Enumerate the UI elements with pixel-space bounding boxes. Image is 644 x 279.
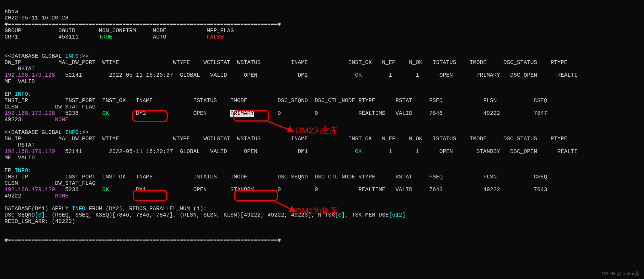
ep2-row: 192.168.179.129 5236 OK DM1 OPEN STANDBY… — [4, 187, 547, 199]
group-row: GRP1 453111 TRUE AUTO FALSE — [4, 34, 224, 40]
ep-header-2: INST_IP INST_PORT INST_OK INAME ISTATUS … — [4, 174, 547, 187]
dsc-line: DSC_SEQNO[0], (RSEQ, SSEQ, KSEQ)[7846, 7… — [4, 212, 405, 218]
watermark: CSDN @Taylor吴 — [602, 270, 640, 277]
dw-header-2: DW_IP MAL_DW_PORT WTIME WTYPE WCTLSTAT W… — [4, 136, 567, 148]
ep2-title: EP INFO: — [4, 168, 31, 174]
ep1-row: 192.168.179.128 5236 OK DM2 OPEN PRIMARY… — [4, 110, 547, 123]
cmd-line: show — [4, 9, 18, 15]
apply-line: DATABASE(DM1) APPLY INFO FROM (DM2), RED… — [4, 206, 207, 212]
dw-header: DW_IP MAL_DW_PORT WTIME WTYPE WCTLSTAT W… — [4, 59, 567, 72]
dw1-row: 192.168.179.128 52141 2022-05-11 16:20:2… — [4, 72, 577, 85]
ep1-title: EP INFO: — [4, 91, 31, 98]
group-header: GROUP OGUID MON_CONFIRM MODE MPP_FLAG — [4, 28, 234, 34]
terminal-output: show 2022-05-11 16:20:28 #==============… — [0, 0, 644, 246]
dbg2-title: <<DATABASE GLOBAL INFO:>> — [4, 129, 89, 136]
rule-line-bottom: #=======================================… — [4, 237, 281, 244]
dw2-row: 192.168.179.129 52141 2022-05-11 16:20:2… — [4, 148, 577, 161]
timestamp: 2022-05-11 16:20:28 — [4, 15, 69, 21]
dbg1-title: <<DATABASE GLOBAL INFO:>> — [4, 53, 89, 59]
ep-header-1: INST_IP INST_PORT INST_OK INAME ISTATUS … — [4, 98, 547, 110]
redo-line: REDO_LSN_ARR: (49222) — [4, 218, 75, 225]
rule-line-top: #=======================================… — [4, 21, 281, 28]
